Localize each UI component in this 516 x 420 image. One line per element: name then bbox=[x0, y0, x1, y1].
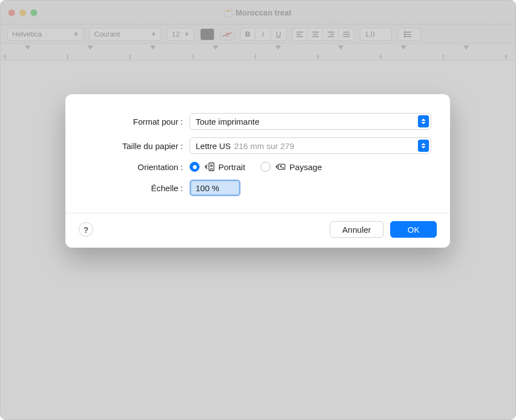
landscape-icon bbox=[274, 162, 285, 172]
orientation-portrait-radio[interactable]: Portrait bbox=[190, 162, 245, 172]
select-stepper-icon bbox=[418, 140, 429, 152]
svg-point-6 bbox=[280, 166, 282, 167]
cancel-button[interactable]: Annuler bbox=[330, 221, 384, 238]
paper-size-value: Lettre US bbox=[196, 141, 231, 151]
format-for-value: Toute imprimante bbox=[196, 117, 259, 126]
orientation-landscape-label: Paysage bbox=[289, 162, 321, 172]
orientation-landscape-radio[interactable]: Paysage bbox=[260, 162, 321, 172]
svg-point-4 bbox=[211, 165, 212, 166]
page-setup-dialog: Format pour : Toute imprimante Taille du… bbox=[65, 94, 450, 248]
paper-size-detail: 216 mm sur 279 bbox=[234, 141, 294, 151]
select-stepper-icon bbox=[418, 115, 429, 127]
paper-size-select[interactable]: Lettre US 216 mm sur 279 bbox=[190, 137, 431, 154]
format-for-label: Format pour : bbox=[84, 117, 190, 126]
format-for-select[interactable]: Toute imprimante bbox=[190, 113, 431, 130]
paper-size-label: Taille du papier : bbox=[84, 141, 190, 151]
orientation-label: Orientation : bbox=[84, 162, 190, 172]
scale-input[interactable] bbox=[190, 180, 241, 196]
ok-button[interactable]: OK bbox=[390, 221, 437, 238]
orientation-portrait-label: Portrait bbox=[218, 162, 245, 172]
portrait-icon bbox=[203, 162, 214, 172]
scale-label: Échelle : bbox=[84, 183, 190, 193]
radio-on-icon bbox=[190, 162, 200, 172]
radio-off-icon bbox=[260, 162, 270, 172]
help-button[interactable]: ? bbox=[79, 222, 93, 237]
